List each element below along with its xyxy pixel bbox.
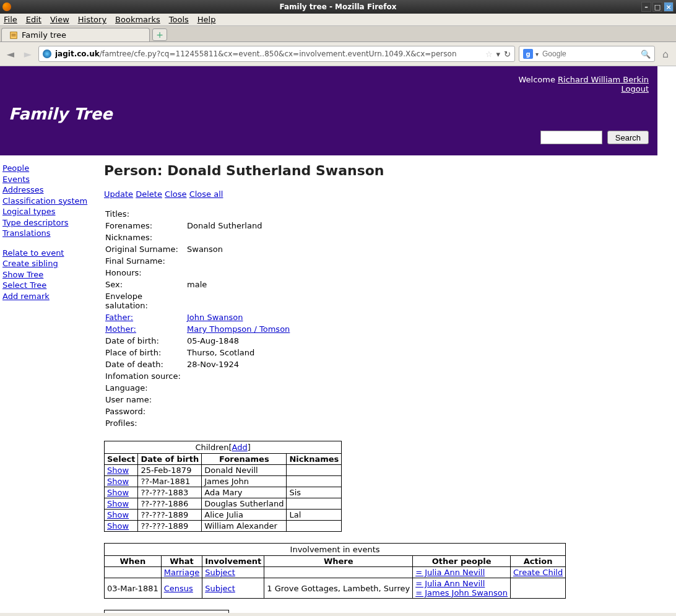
detail-value: male [187,279,290,290]
sidebar-item-logical-types[interactable]: Logical types [2,206,102,217]
detail-value[interactable]: Mary Thompson / Tomson [187,324,290,334]
event-involvement-cell[interactable]: Subject [202,578,264,599]
menu-view[interactable]: View [50,15,69,24]
new-tab-button[interactable]: + [152,28,167,41]
detail-label[interactable]: Mother: [105,324,186,334]
detail-row: Infomation source: [105,371,290,381]
menu-tools[interactable]: Tools [169,15,189,24]
tab-bar: Family tree + [0,26,676,42]
detail-value [187,232,290,243]
action-delete[interactable]: Delete [136,189,162,199]
sidebar-item-type-descriptors[interactable]: Type descriptors [2,217,102,228]
detail-label: Infomation source: [105,371,186,381]
other-person-link[interactable]: = Julia Ann Nevill [415,579,485,588]
sidebar-item-relate-to-event[interactable]: Relate to event [2,248,102,259]
search-icon[interactable]: 🔍 [641,50,651,59]
action-close[interactable]: Close [165,189,186,199]
child-forenames-cell: Alice Julia [202,510,287,521]
addresses-add-link[interactable]: Add [180,612,195,613]
detail-row: Sex:male [105,279,290,290]
children-caption: Children[Add] [104,441,342,453]
back-button[interactable]: ◄ [4,47,17,61]
event-when-cell [105,567,162,578]
action-close-all[interactable]: Close all [189,189,223,199]
detail-row: Envelope salutation: [105,291,290,311]
event-involvement-cell[interactable]: Subject [202,567,264,578]
menu-bookmarks[interactable]: Bookmarks [115,15,160,24]
site-search-button[interactable]: Search [607,131,649,144]
sidebar-item-select-tree[interactable]: Select Tree [2,280,102,291]
child-select-cell[interactable]: Show [105,498,138,510]
detail-row: Father:John Swanson [105,312,290,323]
sidebar-item-classification[interactable]: Classification system [2,196,102,207]
other-person-link[interactable]: = Julia Ann Nevill [415,568,485,577]
logout-link[interactable]: Logout [621,84,649,93]
child-forenames-cell: James John [202,476,287,487]
detail-row: Date of death:28-Nov-1924 [105,359,290,370]
site-identity-icon[interactable] [43,50,51,58]
url-bar[interactable]: jagit.co.uk/famtree/cfe.py?cq=112455811&… [38,46,515,62]
url-text: jagit.co.uk/famtree/cfe.py?cq=112455811&… [55,50,482,58]
window-close-button[interactable]: × [664,2,674,12]
bookmark-star-icon[interactable]: ☆ [485,50,493,59]
google-icon[interactable]: g [523,49,533,59]
site-search-input[interactable] [540,131,602,144]
sidebar-item-create-sibling[interactable]: Create sibling [2,258,102,269]
event-others-cell: = Julia Ann Nevill= James John Swanson [413,578,511,599]
sidebar-item-people[interactable]: People [2,163,102,174]
event-what-cell[interactable]: Census [161,578,202,599]
children-header-nicknames: Nicknames [287,454,342,465]
sidebar-item-events[interactable]: Events [2,174,102,185]
other-person-link[interactable]: = James John Swanson [415,588,508,597]
child-select-cell[interactable]: Show [105,487,138,498]
event-action-link[interactable]: Create Child [513,568,563,577]
event-what-cell[interactable]: Marriage [161,567,202,578]
home-button[interactable]: ⌂ [659,47,672,61]
detail-value [187,291,290,311]
child-nick-cell: Sis [287,487,342,498]
child-select-cell[interactable]: Show [105,521,138,532]
detail-label[interactable]: Father: [105,312,186,323]
detail-row: Final Surname: [105,256,290,266]
sidebar-item-addresses[interactable]: Addresses [2,184,102,196]
children-header-dob: Date of birth [138,454,202,465]
detail-label: Profiles: [105,418,186,428]
sidebar-item-add-remark[interactable]: Add remark [2,291,102,302]
menu-file[interactable]: File [4,15,17,24]
children-add-link[interactable]: Add [232,443,248,452]
detail-value: 28-Nov-1924 [187,359,290,370]
user-link[interactable]: Richard William Berkin [558,75,649,84]
search-engine-input[interactable] [541,49,638,59]
detail-row: Place of birth:Thurso, Scotland [105,347,290,358]
sidebar-item-translations[interactable]: Translations [2,228,102,239]
detail-label: Forenames: [105,220,186,231]
window-minimize-button[interactable]: – [641,2,651,12]
child-select-cell[interactable]: Show [105,465,138,476]
child-select-cell[interactable]: Show [105,510,138,521]
window-maximize-button[interactable]: □ [652,2,662,12]
events-header-what: What [161,556,202,567]
child-select-cell[interactable]: Show [105,476,138,487]
events-header-involvement: Involvement [202,556,264,567]
forward-button[interactable]: ► [21,47,35,61]
child-forenames-cell: Douglas Sutherland [202,498,287,510]
action-update[interactable]: Update [104,189,133,199]
menu-edit[interactable]: Edit [26,15,41,24]
search-engine-box[interactable]: g ▾ 🔍 [519,46,655,62]
search-engine-dropdown-icon[interactable]: ▾ [535,51,539,58]
browser-tab[interactable]: Family tree [1,28,150,41]
menu-help[interactable]: Help [197,15,216,24]
table-row: Show25-Feb-1879Donald Nevill [105,465,342,476]
history-dropdown-icon[interactable]: ▾ [496,50,501,59]
reload-button[interactable]: ↻ [504,50,511,59]
events-header-other-people: Other people [413,556,511,567]
detail-row: Mother:Mary Thompson / Tomson [105,324,290,334]
detail-label: Date of death: [105,359,186,370]
sidebar-item-show-tree[interactable]: Show Tree [2,269,102,280]
detail-value[interactable]: John Swanson [187,312,290,323]
detail-value [187,256,290,266]
detail-label: Date of birth: [105,336,186,346]
table-row: Show??-???-1886Douglas Sutherland [105,498,342,510]
person-details: Titles:Forenames:Donald SutherlandNickna… [104,207,291,430]
menu-history[interactable]: History [78,15,106,24]
